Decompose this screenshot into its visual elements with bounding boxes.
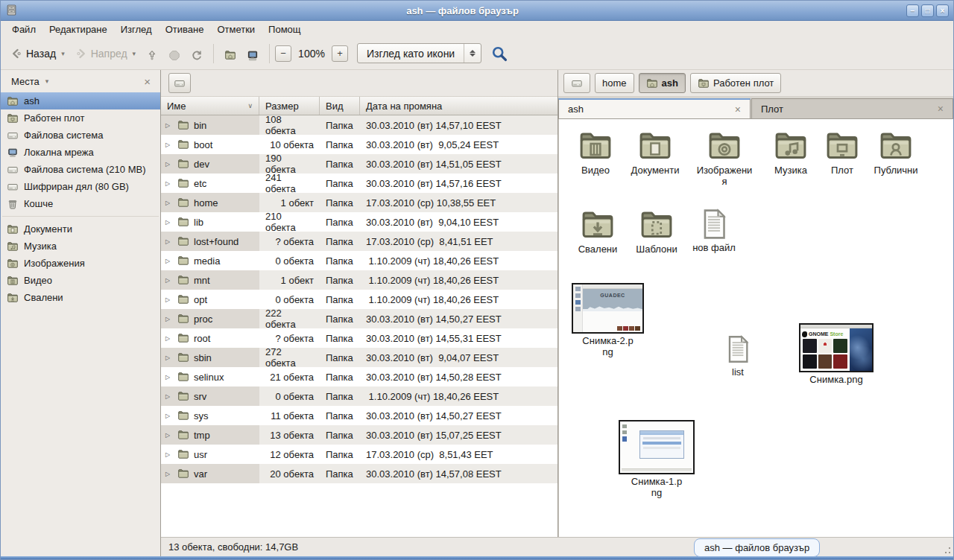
tab-plot[interactable]: Плот×: [751, 98, 953, 118]
stop-button[interactable]: [163, 44, 186, 63]
snimka2-thumbnail[interactable]: GUADEC: [572, 283, 644, 334]
expander-icon[interactable]: ▷: [165, 335, 173, 342]
menu-file[interactable]: Файл: [5, 22, 42, 36]
places-selector[interactable]: Места ▾: [7, 74, 140, 89]
path-ash-button[interactable]: ash: [639, 73, 686, 93]
expander-icon[interactable]: ▷: [165, 413, 173, 419]
up-button[interactable]: [141, 44, 163, 63]
minimize-button[interactable]: −: [906, 4, 919, 17]
table-row[interactable]: ▷opt0 обектаПапка 1.10.2009 (чт) 18,40,2…: [161, 290, 557, 309]
spinner-icon[interactable]: [464, 44, 481, 63]
taskbar-window-button[interactable]: ash — файлов браузър: [694, 538, 820, 557]
expander-icon[interactable]: ▷: [165, 238, 173, 245]
expander-icon[interactable]: ▷: [165, 471, 173, 477]
expander-icon[interactable]: ▷: [165, 432, 173, 439]
resize-grip[interactable]: [943, 547, 951, 555]
column-size[interactable]: Размер: [259, 97, 320, 115]
icon-item[interactable]: Музика: [762, 128, 819, 188]
icon-item[interactable]: Документи: [624, 128, 686, 188]
table-row[interactable]: ▷mnt1 обектПапка 1.10.2009 (чт) 18,40,26…: [161, 270, 557, 290]
search-button[interactable]: [490, 45, 508, 63]
menu-bookmarks[interactable]: Отметки: [210, 22, 262, 36]
menu-help[interactable]: Помощ: [262, 22, 307, 36]
back-button[interactable]: Назад ▾: [5, 44, 70, 63]
sidebar-item-downloads[interactable]: Свалени: [1, 289, 160, 306]
path-home-button[interactable]: home: [595, 73, 634, 93]
expander-icon[interactable]: ▷: [165, 122, 173, 129]
expander-icon[interactable]: ▷: [165, 354, 173, 361]
column-name[interactable]: Име∨: [161, 97, 259, 115]
file-snimka[interactable]: GNOMEStoreСнимка.png: [795, 323, 877, 386]
file-snimka2[interactable]: GUADECСнимка-2.png: [572, 283, 644, 358]
menu-go[interactable]: Отиване: [159, 22, 211, 36]
table-row[interactable]: ▷lost+found? обектаПапка17.03.2010 (ср) …: [161, 232, 557, 251]
tab-close-icon[interactable]: ×: [735, 104, 741, 115]
table-row[interactable]: ▷etc241 обектаПапка30.03.2010 (вт) 14,57…: [161, 174, 557, 193]
view-mode-select[interactable]: Изглед като икони: [357, 43, 481, 63]
table-row[interactable]: ▷home1 обектПапка17.03.2010 (ср) 10,38,5…: [161, 193, 557, 212]
sidebar-item-filesystem[interactable]: Файлова система: [1, 127, 160, 144]
close-button[interactable]: ×: [936, 4, 949, 17]
expander-icon[interactable]: ▷: [165, 219, 173, 226]
icon-item[interactable]: Шаблони: [628, 207, 685, 255]
expander-icon[interactable]: ▷: [165, 374, 173, 381]
table-row[interactable]: ▷var20 обектаПапка30.03.2010 (вт) 14,57,…: [161, 464, 557, 483]
table-row[interactable]: ▷sbin272 обектаПапка30.03.2010 (вт) 9,04…: [161, 348, 557, 367]
sidebar-item-desktop[interactable]: Работен плот: [1, 109, 160, 127]
sidebar-item-local-network[interactable]: Локална мрежа: [1, 144, 160, 161]
sidebar-item-pictures[interactable]: Изображения: [1, 255, 160, 272]
root-location-button[interactable]: [168, 73, 191, 93]
sidebar-item-filesystem-210mb[interactable]: Файлова система (210 MB): [1, 161, 160, 178]
table-row[interactable]: ▷root? обектаПапка30.03.2010 (вт) 14,55,…: [161, 328, 557, 348]
expander-icon[interactable]: ▷: [165, 258, 173, 264]
computer-button[interactable]: [241, 44, 264, 63]
table-row[interactable]: ▷tmp13 обектаПапка30.03.2010 (вт) 15,07,…: [161, 425, 557, 445]
tab-ash[interactable]: ash×: [558, 98, 751, 118]
sidebar-item-video[interactable]: Видео: [1, 272, 160, 289]
expander-icon[interactable]: ▷: [165, 161, 173, 168]
icon-item[interactable]: нов файл: [686, 207, 742, 255]
titlebar[interactable]: ash — файлов браузър − □ ×: [1, 1, 953, 21]
file-list[interactable]: list: [712, 334, 764, 378]
table-row[interactable]: ▷dev190 обектаПапка30.03.2010 (вт) 14,51…: [161, 154, 557, 174]
snimka-thumbnail[interactable]: GNOMEStore: [799, 323, 874, 372]
table-row[interactable]: ▷bin108 обектаПапка30.03.2010 (вт) 14,57…: [161, 115, 557, 135]
sidebar-item-trash[interactable]: Кошче: [1, 195, 160, 212]
expander-icon[interactable]: ▷: [165, 296, 173, 303]
icon-item[interactable]: Плот: [821, 128, 864, 188]
zoom-in-button[interactable]: +: [332, 45, 348, 62]
expander-icon[interactable]: ▷: [165, 393, 173, 400]
expander-icon[interactable]: ▷: [165, 277, 173, 284]
table-row[interactable]: ▷selinux21 обектаПапка30.03.2010 (вт) 14…: [161, 367, 557, 386]
table-row[interactable]: ▷boot10 обектаПапка30.03.2010 (вт) 9,05,…: [161, 135, 557, 154]
menu-view[interactable]: Изглед: [114, 22, 159, 36]
zoom-out-button[interactable]: −: [275, 45, 291, 62]
file-snimka1[interactable]: Снимка-1.png: [619, 420, 695, 499]
sidebar-close-icon[interactable]: ×: [140, 75, 154, 88]
sidebar-item-encrypted-80gb[interactable]: Шифриран дял (80 GB): [1, 178, 160, 195]
expander-icon[interactable]: ▷: [165, 316, 173, 322]
menu-edit[interactable]: Редактиране: [42, 22, 114, 36]
table-row[interactable]: ▷proc222 обектаПапка30.03.2010 (вт) 14,5…: [161, 309, 557, 328]
path-desktop-button[interactable]: Работен плот: [690, 73, 781, 93]
table-row[interactable]: ▷usr12 обектаПапка17.03.2010 (ср) 8,51,4…: [161, 445, 557, 464]
icon-item[interactable]: Публични: [865, 128, 926, 188]
chevron-down-icon[interactable]: ▾: [61, 50, 65, 57]
column-date[interactable]: Дата на промяна: [360, 97, 557, 115]
table-row[interactable]: ▷lib210 обектаПапка30.03.2010 (вт) 9,04,…: [161, 212, 557, 232]
forward-button[interactable]: Напред ▾: [70, 44, 141, 63]
icon-item[interactable]: Видео: [569, 128, 622, 188]
reload-button[interactable]: [186, 44, 208, 63]
column-kind[interactable]: Вид: [320, 97, 360, 115]
expander-icon[interactable]: ▷: [165, 200, 173, 206]
snimka1-thumbnail[interactable]: [619, 420, 695, 474]
expander-icon[interactable]: ▷: [165, 451, 173, 458]
home-button[interactable]: [219, 44, 241, 63]
table-row[interactable]: ▷media0 обектаПапка 1.10.2009 (чт) 18,40…: [161, 251, 557, 270]
table-row[interactable]: ▷sys11 обектаПапка30.03.2010 (вт) 14,50,…: [161, 406, 557, 425]
expander-icon[interactable]: ▷: [165, 141, 173, 148]
sidebar-item-documents[interactable]: Документи: [1, 220, 160, 238]
table-row[interactable]: ▷srv0 обектаПапка 1.10.2009 (чт) 18,40,2…: [161, 386, 557, 406]
path-root-button[interactable]: [563, 73, 590, 93]
icon-item[interactable]: Свалени: [569, 207, 627, 255]
